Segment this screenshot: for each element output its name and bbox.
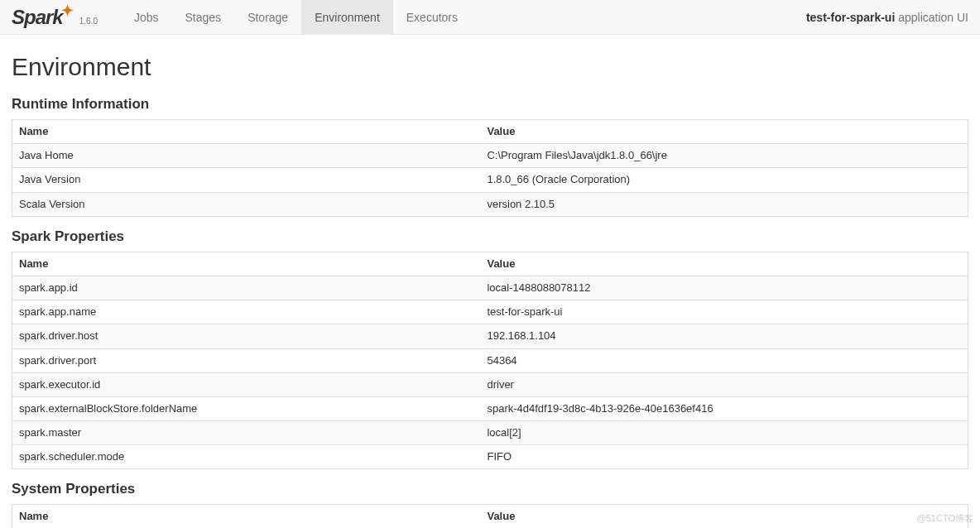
table-row: spark.externalBlockStore.folderNamespark… [12,396,968,420]
cell-name: spark.app.id [12,276,481,300]
brand-version: 1.6.0 [79,17,98,26]
tab-label: Executors [406,11,458,24]
cell-value: driver [480,372,968,396]
cell-value: FIFO [480,445,968,469]
cell-value: test-for-spark-ui [480,300,968,324]
tab-label: Storage [247,11,288,24]
cell-value: local[2] [480,421,968,445]
cell-name: Scala Version [12,192,481,216]
table-row: spark.driver.port54364 [12,348,968,372]
cell-value: version 2.10.5 [480,192,968,216]
cell-name: spark.driver.port [12,348,481,372]
tab-label: Environment [315,11,380,24]
brand[interactable]: Spark✦ 1.6.0 [12,6,98,29]
cell-value: 1.8.0_66 (Oracle Corporation) [480,168,968,192]
cell-name: spark.executor.id [12,372,481,396]
brand-name: Spark [12,6,63,28]
nav-tabs: JobsStagesStorageEnvironmentExecutors [121,0,471,34]
app-suffix: application UI [895,11,968,24]
content: Environment Runtime InformationNameValue… [0,35,980,528]
tab-label: Stages [185,11,222,24]
cell-name: spark.externalBlockStore.folderName [12,396,481,420]
app-title: test-for-spark-ui application UI [806,11,968,24]
col-header-name[interactable]: Name [12,120,481,144]
cell-value: spark-4d4fdf19-3d8c-4b13-926e-40e1636ef4… [480,396,968,420]
app-name: test-for-spark-ui [806,11,895,24]
navbar: Spark✦ 1.6.0 JobsStagesStorageEnvironmen… [0,0,980,35]
properties-table: NameValueJava HomeC:\Program Files\Java\… [12,119,968,217]
cell-name: Java Version [12,168,481,192]
table-row: spark.executor.iddriver [12,372,968,396]
table-row: spark.scheduler.modeFIFO [12,445,968,469]
col-header-value[interactable]: Value [480,505,968,528]
cell-name: Java Home [12,144,481,168]
section-title: System Properties [12,481,968,497]
cell-name: spark.scheduler.mode [12,445,481,469]
cell-value: 54364 [480,348,968,372]
page-title: Environment [12,53,968,81]
tab-jobs[interactable]: Jobs [121,0,172,34]
properties-table: NameValueawt.toolkitsun.awt.windows.WToo… [12,504,968,528]
cell-value: C:\Program Files\Java\jdk1.8.0_66\jre [480,144,968,168]
section-title: Runtime Information [12,96,968,113]
table-row: spark.driver.host192.168.1.104 [12,324,968,348]
tab-stages[interactable]: Stages [172,0,235,34]
spark-logo: Spark✦ [12,6,74,29]
table-row: Scala Versionversion 2.10.5 [12,192,968,216]
cell-value: 192.168.1.104 [480,324,968,348]
tab-label: Jobs [134,11,159,24]
watermark: @51CTO博客 [917,512,973,525]
cell-name: spark.master [12,421,481,445]
table-row: Java HomeC:\Program Files\Java\jdk1.8.0_… [12,144,968,168]
col-header-value[interactable]: Value [480,120,968,144]
properties-table: NameValuespark.app.idlocal-1488088078112… [12,252,968,470]
spark-star-icon: ✦ [61,2,73,19]
tab-executors[interactable]: Executors [393,0,471,34]
col-header-name[interactable]: Name [12,505,481,528]
table-row: spark.app.idlocal-1488088078112 [12,276,968,300]
cell-name: spark.app.name [12,300,481,324]
table-row: spark.masterlocal[2] [12,421,968,445]
section-title: Spark Properties [12,228,968,245]
cell-value: local-1488088078112 [480,276,968,300]
col-header-value[interactable]: Value [480,252,968,276]
tab-environment[interactable]: Environment [301,0,393,34]
cell-name: spark.driver.host [12,324,481,348]
col-header-name[interactable]: Name [12,252,481,276]
table-row: spark.app.nametest-for-spark-ui [12,300,968,324]
table-row: Java Version1.8.0_66 (Oracle Corporation… [12,168,968,192]
tab-storage[interactable]: Storage [234,0,301,34]
